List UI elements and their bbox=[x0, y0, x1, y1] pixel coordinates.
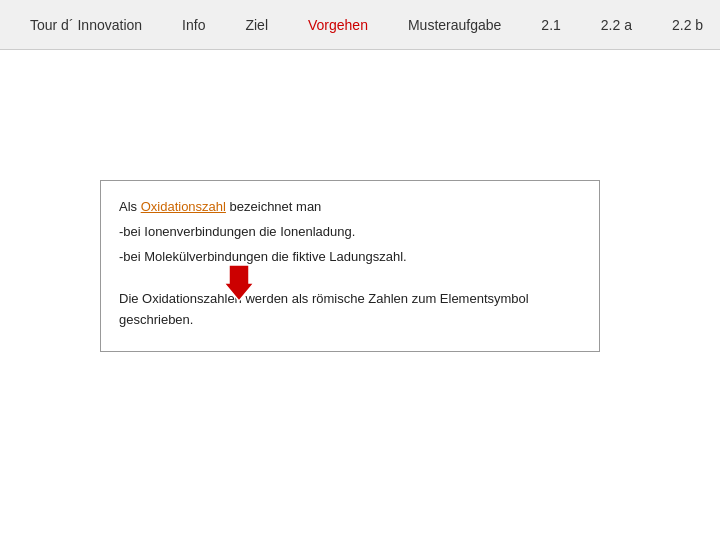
info-line-2: -bei Ionenverbindungen die Ionenladung. bbox=[119, 222, 581, 243]
nav-2-2b[interactable]: 2.2 b bbox=[652, 0, 720, 50]
nav-ziel[interactable]: Ziel bbox=[225, 0, 288, 50]
info-line-3: -bei Molekülverbindungen die fiktive Lad… bbox=[119, 247, 581, 268]
info-card: Als Oxidationszahl bezeichnet man -bei I… bbox=[100, 180, 600, 352]
nav-vorgehen[interactable]: Vorgehen bbox=[288, 0, 388, 50]
nav-info[interactable]: Info bbox=[162, 0, 225, 50]
navbar: Tour d´ Innovation Info Ziel Vorgehen Mu… bbox=[0, 0, 720, 50]
oxidationszahl-term: Oxidationszahl bbox=[141, 199, 226, 214]
info-line-4: Die Oxidationszahlen werden als römische… bbox=[119, 289, 581, 331]
nav-tour[interactable]: Tour d´ Innovation bbox=[10, 0, 162, 50]
info-line-1: Als Oxidationszahl bezeichnet man bbox=[119, 197, 581, 218]
main-content: Als Oxidationszahl bezeichnet man -bei I… bbox=[0, 50, 720, 540]
nav-musteraufgabe[interactable]: Musteraufgabe bbox=[388, 0, 521, 50]
nav-2-1[interactable]: 2.1 bbox=[521, 0, 580, 50]
nav-2-2a[interactable]: 2.2 a bbox=[581, 0, 652, 50]
